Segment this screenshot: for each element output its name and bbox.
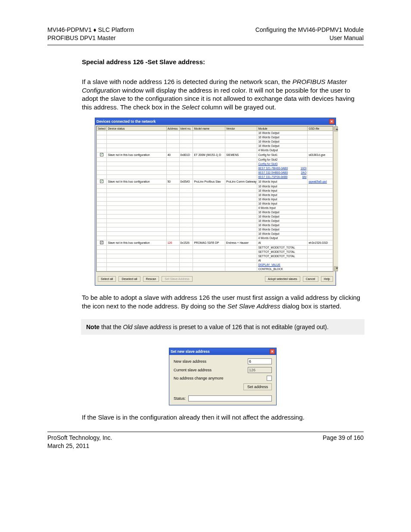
select-cell bbox=[97, 143, 107, 148]
gsd-cell bbox=[308, 170, 333, 174]
cell bbox=[179, 214, 193, 218]
cell bbox=[166, 166, 179, 170]
cell bbox=[193, 135, 225, 139]
cell: SIEMENS bbox=[225, 152, 257, 157]
current-slave-input bbox=[248, 367, 272, 373]
gsd-cell bbox=[308, 223, 333, 227]
checkbox-icon[interactable] bbox=[100, 153, 103, 156]
select-cell[interactable] bbox=[97, 152, 107, 157]
module-cell: Config for Slot3 bbox=[257, 162, 308, 166]
cell bbox=[193, 258, 225, 262]
gsd-cell bbox=[308, 214, 333, 218]
select-cell[interactable] bbox=[97, 240, 107, 245]
cell bbox=[193, 231, 225, 236]
rescan-button[interactable]: Rescan bbox=[143, 276, 159, 282]
gsd-cell bbox=[308, 201, 333, 205]
cell bbox=[225, 249, 257, 254]
gsd-cell: si01801d.gse bbox=[308, 152, 333, 157]
module-cell: 16 Words Output bbox=[257, 223, 308, 227]
scroll-up-icon[interactable] bbox=[334, 126, 338, 131]
no-address-change-checkbox[interactable] bbox=[267, 376, 272, 381]
table-row: Slave not in this bus configuration400x8… bbox=[97, 152, 333, 157]
cell bbox=[107, 210, 166, 214]
cell bbox=[179, 143, 193, 148]
cell bbox=[225, 174, 257, 179]
module-cell: SETTOT_MODETOT_TOTAL bbox=[257, 245, 308, 249]
deselect-all-button[interactable]: Deselect all bbox=[118, 276, 140, 282]
cell bbox=[179, 210, 193, 214]
cell bbox=[166, 157, 179, 162]
cell bbox=[107, 218, 166, 223]
window-titlebar[interactable]: Devices connected to the network × bbox=[95, 118, 336, 125]
cell bbox=[225, 227, 257, 231]
cell: ProLinx Profibus Slav bbox=[193, 179, 225, 184]
close-icon[interactable]: × bbox=[270, 349, 275, 354]
adopt-selected-button[interactable]: Adopt selected slaves bbox=[265, 276, 300, 282]
module-cell: 16 Words Output bbox=[257, 131, 308, 135]
select-all-button[interactable]: Select all bbox=[98, 276, 116, 282]
current-slave-label: Current slave address bbox=[174, 368, 248, 372]
gsd-cell bbox=[308, 205, 333, 210]
col-header[interactable]: Module bbox=[257, 126, 308, 131]
cell bbox=[179, 166, 193, 170]
table-row: 16 Words Output bbox=[97, 135, 333, 139]
cell bbox=[225, 223, 257, 227]
select-cell[interactable] bbox=[97, 179, 107, 184]
checkbox-icon[interactable] bbox=[100, 180, 103, 183]
select-cell bbox=[97, 262, 107, 267]
col-header[interactable]: Ident no. bbox=[179, 126, 193, 131]
new-slave-input[interactable] bbox=[248, 358, 272, 364]
cell bbox=[179, 148, 193, 152]
cell: 50 bbox=[166, 179, 179, 184]
cell bbox=[179, 188, 193, 193]
gsd-cell bbox=[308, 236, 333, 240]
gsd-cell bbox=[308, 188, 333, 193]
col-header[interactable]: Address bbox=[166, 126, 179, 131]
scrollbar[interactable] bbox=[333, 126, 338, 271]
header-left-2: PROFIBUS DPV1 Master bbox=[47, 34, 134, 42]
col-header[interactable]: GSD-file bbox=[308, 126, 333, 131]
cell bbox=[179, 131, 193, 135]
table-row: Config for Slot3 bbox=[97, 162, 333, 166]
footer-rule bbox=[47, 432, 364, 432]
table-row: SETTOT_MODETOT_TOTAL bbox=[97, 254, 333, 258]
cell bbox=[179, 174, 193, 179]
select-cell bbox=[97, 236, 107, 240]
cell bbox=[225, 201, 257, 205]
table-row: 4 Words Output bbox=[97, 236, 333, 240]
gsd-cell bbox=[308, 131, 333, 135]
col-header[interactable]: Device status bbox=[107, 126, 166, 131]
cell bbox=[107, 231, 166, 236]
cell bbox=[193, 218, 225, 223]
help-button[interactable]: Help bbox=[321, 276, 333, 282]
cancel-button[interactable]: Cancel bbox=[303, 276, 318, 282]
close-icon[interactable]: × bbox=[329, 119, 334, 124]
scroll-down-icon[interactable] bbox=[334, 266, 338, 271]
cell bbox=[107, 249, 166, 254]
gsd-cell: pgwa05a5.gsd bbox=[308, 179, 333, 184]
paragraph-1: If a slave with node address 126 is dete… bbox=[82, 78, 364, 112]
cell bbox=[193, 157, 225, 162]
table-row: AI bbox=[97, 258, 333, 262]
cell: ProLinx Comm Gateway bbox=[225, 179, 257, 184]
cell bbox=[225, 157, 257, 162]
module-cell: AI bbox=[257, 258, 308, 262]
col-header[interactable]: Vendor bbox=[225, 126, 257, 131]
cell bbox=[179, 223, 193, 227]
content-area: Special address 126 -Set Slave address: … bbox=[47, 58, 364, 422]
cell bbox=[225, 135, 257, 139]
cell bbox=[107, 236, 166, 240]
cell bbox=[107, 201, 166, 205]
set-address-button[interactable]: Set address bbox=[243, 383, 272, 390]
header-rule bbox=[47, 45, 364, 45]
cell bbox=[166, 267, 179, 271]
select-cell bbox=[97, 135, 107, 139]
select-cell bbox=[97, 188, 107, 193]
dialog-titlebar[interactable]: Set new slave address × bbox=[169, 348, 276, 355]
cell bbox=[179, 201, 193, 205]
col-header[interactable]: Model name bbox=[193, 126, 225, 131]
col-header[interactable]: Select bbox=[97, 126, 107, 131]
cell bbox=[107, 197, 166, 201]
cell bbox=[193, 188, 225, 193]
cell bbox=[107, 214, 166, 218]
